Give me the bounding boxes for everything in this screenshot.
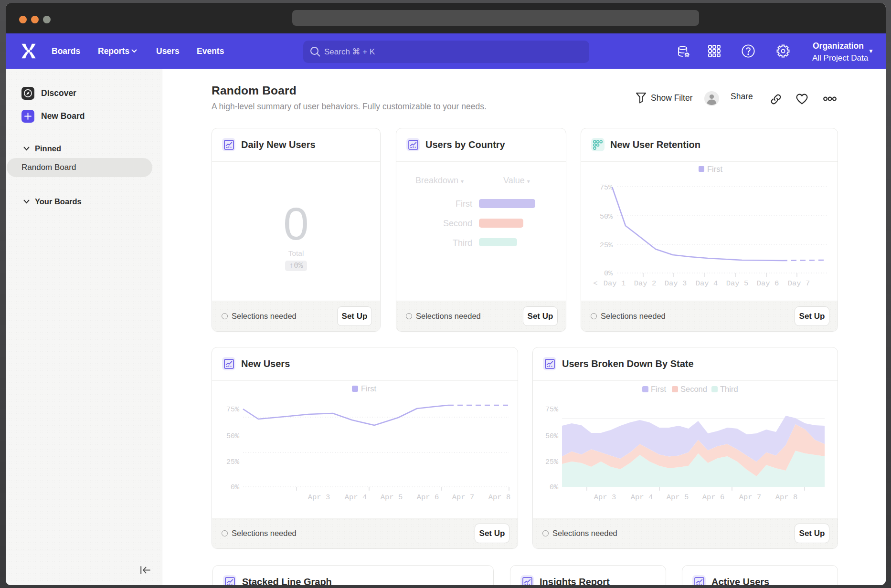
svg-text:50%: 50% — [600, 213, 613, 221]
svg-text:Apr 7: Apr 7 — [452, 493, 475, 502]
svg-text:Day 3: Day 3 — [665, 279, 687, 288]
svg-text:Apr 4: Apr 4 — [345, 493, 367, 502]
svg-text:Day 6: Day 6 — [757, 279, 779, 288]
svg-text:Day 7: Day 7 — [788, 279, 810, 288]
svg-text:75%: 75% — [226, 406, 240, 414]
svg-text:0%: 0% — [231, 483, 240, 492]
svg-text:Second: Second — [680, 385, 707, 393]
svg-text:First: First — [361, 384, 376, 393]
svg-text:75%: 75% — [545, 406, 559, 414]
svg-text:0%: 0% — [550, 483, 559, 492]
svg-text:<: < — [593, 279, 597, 288]
svg-text:Apr 6: Apr 6 — [417, 493, 439, 502]
svg-text:Apr 8: Apr 8 — [488, 493, 511, 502]
svg-text:First: First — [707, 165, 722, 173]
svg-text:25%: 25% — [600, 242, 613, 250]
svg-text:75%: 75% — [600, 184, 613, 192]
svg-text:Apr 4: Apr 4 — [631, 493, 653, 502]
svg-text:Apr 6: Apr 6 — [702, 493, 725, 502]
svg-text:25%: 25% — [226, 458, 240, 466]
svg-text:Day 4: Day 4 — [696, 279, 718, 288]
svg-text:Day 2: Day 2 — [634, 279, 657, 288]
svg-text:0%: 0% — [604, 270, 613, 278]
svg-text:Day 1: Day 1 — [604, 279, 626, 288]
svg-text:First: First — [651, 385, 666, 393]
svg-text:50%: 50% — [545, 432, 559, 441]
svg-text:Apr 3: Apr 3 — [308, 493, 330, 502]
svg-text:Apr 3: Apr 3 — [594, 493, 616, 502]
svg-text:Apr 5: Apr 5 — [667, 493, 689, 502]
svg-text:Third: Third — [720, 385, 738, 393]
svg-text:50%: 50% — [226, 432, 240, 441]
svg-text:25%: 25% — [545, 458, 559, 466]
svg-text:Apr 5: Apr 5 — [381, 493, 403, 502]
svg-text:Day 5: Day 5 — [726, 279, 749, 288]
svg-text:Apr 8: Apr 8 — [775, 493, 798, 502]
svg-text:Apr 7: Apr 7 — [739, 493, 762, 502]
